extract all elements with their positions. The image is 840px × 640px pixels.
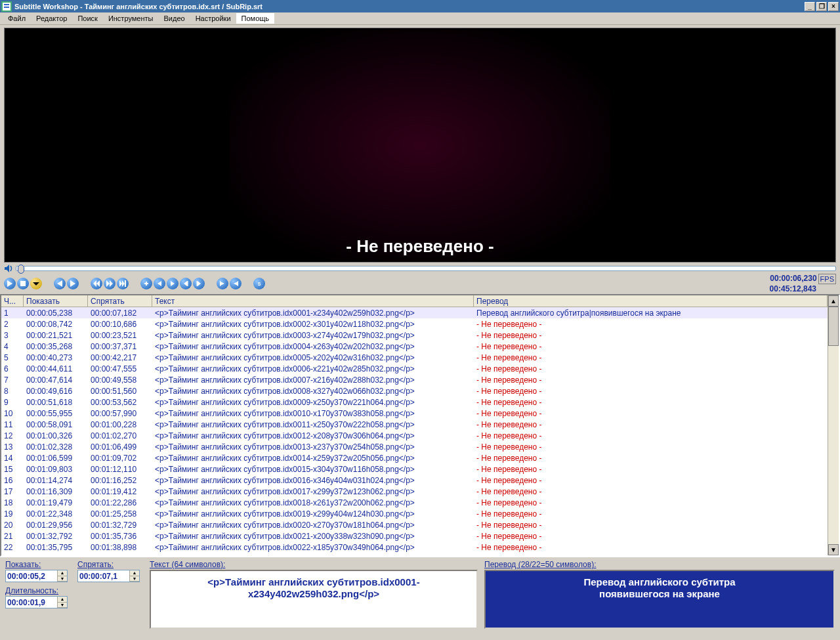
translation-edit[interactable]: Перевод английского субтитрапоявившегося… (484, 570, 835, 629)
cell-num: 22 (1, 543, 24, 552)
toggle-button[interactable] (30, 278, 42, 289)
table-row[interactable]: 1500:01:09,80300:01:12,110<p>Тайминг анг… (1, 463, 828, 475)
text-edit[interactable]: <p>Тайминг английских субтитров.idx0001-… (150, 570, 478, 629)
window-title: Subtitle Workshop - Тайминг английских с… (14, 3, 805, 11)
table-row[interactable]: 1300:01:02,32800:01:06,499<p>Тайминг анг… (1, 441, 828, 452)
table-row[interactable]: 600:00:44,61100:00:47,555<p>Тайминг англ… (1, 363, 828, 374)
scroll-thumb[interactable] (828, 307, 839, 346)
cell-text: <p>Тайминг английских субтитров.idx0020-… (152, 521, 474, 530)
stop-button[interactable] (17, 278, 29, 289)
maximize-button[interactable]: ❐ (816, 2, 827, 11)
sync-prev-button[interactable] (154, 278, 165, 289)
table-row[interactable]: 1000:00:55,95500:00:57,990<p>Тайминг анг… (1, 408, 828, 419)
svg-rect-2 (4, 4, 9, 5)
table-row[interactable]: 300:00:21,52100:00:23,521<p>Тайминг англ… (1, 330, 828, 341)
table-row[interactable]: 800:00:49,61600:00:51,560<p>Тайминг англ… (1, 385, 828, 396)
menu-инструменты[interactable]: Инструменты (103, 13, 159, 24)
menu-помощь[interactable]: Помощь (236, 13, 275, 24)
table-row[interactable]: 1400:01:06,59900:01:09,702<p>Тайминг анг… (1, 452, 828, 463)
skip-button[interactable] (117, 278, 129, 289)
show-input[interactable] (6, 570, 57, 582)
next-button[interactable] (67, 278, 79, 289)
show-spinner[interactable]: ▲▼ (5, 570, 68, 582)
cell-num: 11 (1, 420, 24, 429)
col-show[interactable]: Показать (24, 295, 88, 307)
table-row[interactable]: 1900:01:22,34800:01:25,258<p>Тайминг анг… (1, 508, 828, 519)
speaker-icon[interactable] (4, 264, 13, 273)
subtitle-mode-button[interactable]: S (253, 278, 265, 289)
prev-button[interactable] (54, 278, 66, 289)
cell-text: <p>Тайминг английских субтитров.idx0002-… (152, 320, 474, 329)
set-show-button[interactable] (217, 278, 228, 289)
cell-num: 2 (1, 320, 24, 329)
table-row[interactable]: 2200:01:35,79500:01:38,898<p>Тайминг анг… (1, 542, 828, 553)
cell-show: 00:00:35,268 (24, 342, 88, 351)
menu-настройки[interactable]: Настройки (190, 13, 236, 24)
forward-button[interactable] (104, 278, 116, 289)
minimize-button[interactable]: _ (805, 2, 815, 11)
svg-marker-19 (158, 281, 161, 286)
cell-text: <p>Тайминг английских субтитров.idx0009-… (152, 398, 474, 407)
scroll-up-button[interactable]: ▲ (828, 295, 839, 307)
spin-down-icon[interactable]: ▼ (57, 603, 67, 608)
col-hide[interactable]: Спрятать (88, 295, 152, 307)
rewind-button[interactable] (91, 278, 102, 289)
cell-text: <p>Тайминг английских субтитров.idx0013-… (152, 442, 474, 452)
table-row[interactable]: 1100:00:58,09100:01:00,228<p>Тайминг анг… (1, 419, 828, 430)
table-row[interactable]: 2000:01:29,95600:01:32,729<p>Тайминг анг… (1, 519, 828, 530)
close-button[interactable]: × (828, 2, 839, 11)
menu-поиск[interactable]: Поиск (72, 13, 102, 24)
menu-редактор[interactable]: Редактор (31, 13, 72, 24)
sync-next-button[interactable] (167, 278, 178, 289)
seek-thumb[interactable] (18, 265, 24, 274)
mark-start-button[interactable] (140, 278, 152, 289)
col-number[interactable]: Ч... (1, 295, 24, 307)
cell-translation: - Не переведено - (474, 320, 828, 329)
grid-body[interactable]: 100:00:05,23800:00:07,182<p>Тайминг англ… (1, 307, 828, 555)
table-row[interactable]: 1600:01:14,27400:01:16,252<p>Тайминг анг… (1, 475, 828, 486)
cell-num: 12 (1, 431, 24, 440)
menubar: ФайлРедакторПоискИнструментыВидеоНастрой… (0, 12, 840, 25)
spin-down-icon[interactable]: ▼ (57, 576, 67, 582)
fps-label[interactable]: FPS (818, 274, 836, 284)
svg-rect-26 (220, 281, 220, 286)
table-row[interactable]: 400:00:35,26800:00:37,371<p>Тайминг англ… (1, 341, 828, 352)
menu-видео[interactable]: Видео (158, 13, 190, 24)
spin-down-icon[interactable]: ▼ (129, 576, 139, 582)
cell-hide: 00:01:09,702 (88, 454, 152, 463)
hide-input[interactable] (78, 570, 129, 582)
table-row[interactable]: 1700:01:16,30900:01:19,412<p>Тайминг анг… (1, 486, 828, 497)
shift-back-button[interactable] (180, 278, 192, 289)
table-row[interactable]: 2100:01:32,79200:01:35,736<p>Тайминг анг… (1, 530, 828, 542)
spin-up-icon[interactable]: ▲ (129, 570, 139, 576)
spin-up-icon[interactable]: ▲ (57, 570, 67, 576)
cell-num: 13 (1, 442, 24, 452)
duration-input[interactable] (6, 597, 57, 608)
seek-track[interactable] (16, 266, 836, 271)
svg-rect-16 (125, 280, 126, 287)
table-row[interactable]: 200:00:08,74200:00:10,686<p>Тайминг англ… (1, 318, 828, 330)
cell-text: <p>Тайминг английских субтитров.idx0015-… (152, 465, 474, 474)
table-row[interactable]: 700:00:47,61400:00:49,558<p>Тайминг англ… (1, 374, 828, 385)
play-button[interactable] (4, 278, 16, 289)
col-translation[interactable]: Перевод (474, 295, 828, 307)
table-row[interactable]: 1800:01:19,47900:01:22,286<p>Тайминг анг… (1, 497, 828, 508)
scroll-down-button[interactable]: ▼ (828, 544, 839, 555)
hide-spinner[interactable]: ▲▼ (77, 570, 140, 582)
cell-translation: - Не переведено - (474, 442, 828, 452)
duration-spinner[interactable]: ▲▼ (5, 596, 68, 608)
cell-hide: 00:00:07,182 (88, 309, 152, 318)
col-text[interactable]: Текст (152, 295, 474, 307)
spin-up-icon[interactable]: ▲ (57, 597, 67, 603)
cell-show: 00:00:51,618 (24, 398, 88, 407)
menu-файл[interactable]: Файл (3, 13, 31, 24)
vertical-scrollbar[interactable]: ▲ ▼ (828, 295, 839, 555)
shift-forward-button[interactable] (193, 278, 205, 289)
table-row[interactable]: 500:00:40,27300:00:42,217<p>Тайминг англ… (1, 352, 828, 363)
table-row[interactable]: 100:00:05,23800:00:07,182<p>Тайминг англ… (1, 307, 828, 318)
svg-marker-9 (70, 280, 75, 287)
set-hide-button[interactable] (230, 278, 242, 289)
video-preview[interactable]: - Не переведено - (4, 28, 836, 263)
table-row[interactable]: 900:00:51,61800:00:53,562<p>Тайминг англ… (1, 396, 828, 408)
table-row[interactable]: 1200:01:00,32600:01:02,270<p>Тайминг анг… (1, 430, 828, 441)
